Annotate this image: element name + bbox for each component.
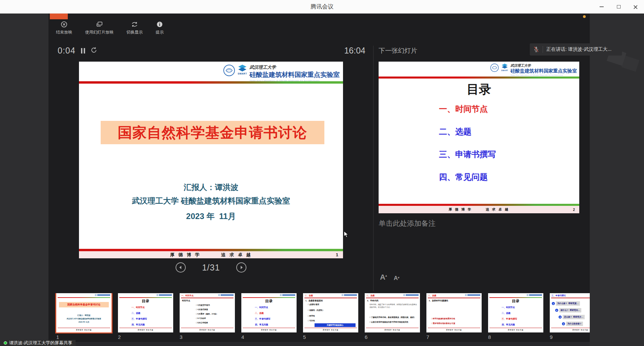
slide-thumbnail-5[interactable]: 二、选题 1、选题要遵循原则 □ 必要性/需求 □ 创新性（先进性） □ 科学性… [303, 293, 358, 332]
mini-step: 1 为什么做？ 即研究意… [552, 301, 580, 306]
slide-footer: 厚 德 博 学 追 求 卓 越 2 [379, 206, 579, 213]
slide-thumbnail-6[interactable]: 二、选题 2、学科代码 学科代码，涵盖了多个方向和领域，对照自己的研究方向选择合… [365, 293, 420, 332]
mini-footer-text: 厚德博学 追求卓越 [303, 329, 358, 331]
reset-timer-icon [90, 47, 97, 53]
filmstrip-slot: 二、选题 2、学科代码 学科代码，涵盖了多个方向和领域，对照自己的研究方向选择合… [365, 293, 420, 346]
active-speaker-toast: 正在讲话: 谭洪波-武汉理工大... [530, 43, 622, 56]
end-show-button[interactable]: 结束放映 [56, 21, 72, 35]
slide-thumbnail-1[interactable]: 国家自然科学基金申请书讨论 汇报人：谭洪波 武汉理工大学 硅酸盐建筑材料国家重点… [56, 293, 112, 332]
mini-footer-text: 厚德博学 追求卓越 [365, 329, 420, 331]
mini-logo [157, 294, 172, 296]
mini-toc-item: 四、常见问题 [132, 323, 145, 326]
slide-thumbnail-2[interactable]: 目录 一、时间节点 二、选题 三、申请书撰写 四、常见问题 厚德博学 追求卓越 [118, 293, 173, 332]
slide-accent-bar-top [379, 77, 579, 79]
switch-display-button[interactable]: 切换显示 [126, 21, 143, 35]
active-speaker-text: 正在讲话: 谭洪波-武汉理工大... [546, 46, 611, 52]
close-button[interactable] [632, 3, 639, 10]
lab-name-cn: 硅酸盐建筑材料国家重点实验室 [249, 70, 340, 79]
timer-row: 0:04 [58, 46, 97, 56]
mini-toc-item: 三、申请书撰写 [255, 318, 270, 321]
mini-section-header: 三、申请书撰写 [551, 294, 566, 297]
font-decrease-button[interactable]: A ▾ [394, 275, 399, 282]
mini-item: □ 科学性 [308, 315, 315, 317]
toc-item-3: 三、申请书撰写 [439, 149, 496, 160]
slide-thumbnail-3[interactable]: 一、时间节点 时间节点 □ 3月提交申报书 □ 4月形式审查 □ 5月通评（规则… [180, 293, 235, 332]
switch-display-label: 切换显示 [126, 29, 143, 35]
app-title: 腾讯会议 [310, 3, 334, 10]
toc-item-1: 一、时间节点 [439, 104, 488, 114]
toast-divider [543, 46, 543, 53]
step-number-badge: 4 [562, 322, 565, 325]
previous-slide-button[interactable] [176, 262, 186, 273]
mini-line: 2023 年 11月 [56, 321, 112, 323]
mini-toc-item: 二、选题 [255, 312, 264, 315]
step-number-badge: 3 [559, 316, 562, 319]
slide-thumbnail-8[interactable]: 目录 一、时间节点 二、选题 三、申请书撰写 四、常见问题 厚德博学 追求卓越 [488, 293, 543, 332]
notes-input[interactable]: 单击此处添加备注 [379, 219, 436, 228]
university-name: 武汉理工大学 [510, 63, 531, 68]
date-line: 2023 年 11月 [79, 211, 343, 222]
mini-footer-line [366, 328, 419, 328]
mini-logo [342, 294, 357, 296]
filmstrip-slot: 三、申请书撰写 1 为什么做？ 即研究意… 2 做什么？ 即研究内… 3 怎么做… [550, 293, 590, 346]
slide-thumbnail-7[interactable]: 二、选题 3、选择科学问题属性 □ 科学问题属性影响通评分组 □ 通评专家对项目… [426, 293, 482, 332]
presenter-toolbar: 结束放映 使用幻灯片放映 切换显示 [56, 21, 164, 35]
slide-motto-left: 厚 德 博 学 [449, 207, 472, 212]
mini-footer-line [428, 328, 480, 328]
mini-toc-item: 二、选题 [502, 312, 510, 315]
affiliation-line: 武汉理工大学 硅酸盐建筑材料国家重点实验室 [79, 196, 343, 206]
next-arrow-icon [239, 265, 243, 269]
slide-title-highlight: 国家自然科学基金申请书讨论 [101, 121, 324, 144]
notification-dot [583, 15, 586, 18]
mini-toc-item: 一、时间节点 [132, 306, 145, 309]
next-slide-label: 下一张幻灯片 [379, 46, 417, 55]
mini-banner: 关键科学问题是核心 [315, 323, 356, 327]
tips-button[interactable]: 提示 [156, 21, 164, 35]
mini-logo [280, 294, 295, 296]
mini-footer-line [489, 328, 542, 328]
mini-subtitle: 1、选题要遵循原则 [305, 299, 323, 302]
mini-item: □ 了解相关学科代码，基金资助情况（资助比例、题材） [369, 316, 416, 319]
mini-title: 目录 [488, 299, 543, 304]
switch-display-icon [131, 21, 138, 28]
filmstrip-slot: 目录 一、时间节点 二、选题 三、申请书撰写 四、常见问题 厚德博学 追求卓越 … [118, 293, 173, 346]
mini-note: 学科代码，涵盖了多个方向和领域，对照自己的研究方向选择合适的代码。应注意以下几点… [369, 303, 418, 308]
slide-title: 国家自然科学基金申请书讨论 [118, 123, 307, 142]
slide-thumbnail-9[interactable]: 三、申请书撰写 1 为什么做？ 即研究意… 2 做什么？ 即研究内… 3 怎么做… [550, 293, 590, 332]
screen-share-stage: 结束放映 使用幻灯片放映 切换显示 [0, 14, 644, 346]
slide-page-number: 1 [336, 252, 340, 257]
minimize-button[interactable] [598, 3, 605, 10]
mini-footer-text: 厚德博学 追求卓越 [180, 329, 235, 331]
muted-mic-icon [533, 46, 539, 53]
maximize-button[interactable] [615, 3, 622, 10]
mini-toc-item: 二、选题 [132, 312, 140, 315]
university-name: 武汉理工大学 [249, 64, 276, 70]
slide-motto-left: 厚 德 博 学 [170, 252, 201, 258]
university-seal-icon [490, 63, 499, 72]
mini-header-line [304, 298, 357, 298]
next-slide-button[interactable] [236, 262, 246, 273]
tips-label: 提示 [156, 29, 164, 35]
end-show-icon [61, 21, 67, 28]
mini-subtitle: 3、选择科学问题属性 [429, 299, 448, 302]
mini-footer-text: 厚德博学 追求卓越 [241, 329, 297, 331]
mini-toc-item: 三、申请书撰写 [132, 318, 147, 321]
slide-logo-block: SMART 武汉理工大学 硅酸盐建筑材料国家重点实验室 State Key La… [223, 64, 340, 82]
presenter-view-window: 结束放映 使用幻灯片放映 切换显示 [48, 14, 590, 346]
mini-footer-text: 厚德博学 追求卓越 [426, 329, 482, 331]
reset-timer-button[interactable] [90, 47, 97, 55]
mini-logo [465, 294, 480, 296]
mini-footer-line [119, 328, 172, 328]
pause-timer-button[interactable] [81, 48, 85, 53]
slide-thumbnail-4[interactable]: 目录 一、时间节点 二、选题 三、申请书撰写 四、常见问题 厚德博学 追求卓越 [241, 293, 297, 332]
smart-logo-icon [237, 64, 247, 72]
font-increase-button[interactable]: A ▴ [380, 273, 387, 282]
mini-item: □ 4月形式审查 [196, 308, 208, 311]
mini-header-line [428, 298, 480, 298]
font-decrease-letter: A [394, 275, 398, 282]
use-slideshow-button[interactable]: 使用幻灯片放映 [85, 21, 114, 35]
mini-header-line [366, 298, 419, 298]
mini-title: 目录 [241, 299, 297, 304]
mini-item: □ 8月公布结果 [196, 322, 208, 324]
watermark-shape [622, 56, 640, 72]
